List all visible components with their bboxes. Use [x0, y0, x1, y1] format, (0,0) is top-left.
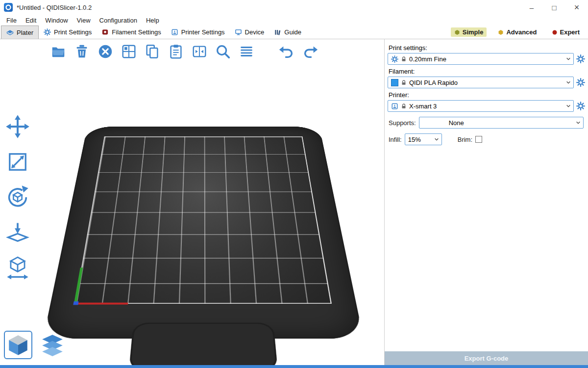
- mode-simple[interactable]: Simple: [451, 27, 487, 37]
- mode-expert[interactable]: Expert: [548, 27, 583, 37]
- export-gcode-button[interactable]: Export G-code: [385, 351, 588, 365]
- tab-printer-settings[interactable]: Printer Settings: [166, 26, 230, 39]
- mode-simple-label: Simple: [463, 28, 484, 36]
- maximize-button[interactable]: □: [543, 0, 565, 15]
- tab-print-settings-label: Print Settings: [54, 28, 92, 36]
- brim-checkbox[interactable]: [475, 136, 482, 143]
- measure-icon[interactable]: [4, 254, 31, 282]
- place-on-face-icon[interactable]: [4, 219, 31, 246]
- app-window: *Untitled - QIDISlicer-1.0.2 – □ × File …: [0, 0, 588, 368]
- edit-filament-gear-icon[interactable]: [576, 78, 585, 87]
- redo-icon[interactable]: [301, 42, 319, 61]
- title-bar: *Untitled - QIDISlicer-1.0.2 – □ ×: [0, 0, 588, 15]
- top-toolbar: [49, 42, 319, 61]
- printer-combo[interactable]: X-smart 3: [388, 100, 574, 112]
- supports-label: Supports:: [389, 119, 416, 127]
- menu-help[interactable]: Help: [142, 15, 164, 26]
- bottom-accent-bar: [0, 365, 588, 368]
- advanced-mode-icon: [498, 29, 504, 35]
- arrange-icon[interactable]: [120, 42, 138, 61]
- mode-expert-label: Expert: [560, 28, 580, 36]
- edit-print-settings-gear-icon[interactable]: [576, 54, 585, 63]
- mode-advanced-label: Advanced: [506, 28, 537, 36]
- menu-file[interactable]: File: [2, 15, 21, 26]
- tab-device-label: Device: [245, 28, 265, 36]
- chevron-down-icon: [576, 121, 581, 125]
- filament-color-swatch: [391, 79, 398, 86]
- filament-icon: [101, 28, 109, 36]
- menu-configuration[interactable]: Configuration: [95, 15, 142, 26]
- print-settings-combo[interactable]: 0.20mm Fine: [388, 53, 574, 65]
- infill-value: 15%: [408, 136, 421, 143]
- print-bed-grid: [75, 136, 332, 304]
- menu-window[interactable]: Window: [41, 15, 72, 26]
- infill-combo[interactable]: 15%: [405, 133, 442, 145]
- filament-label: Filament:: [389, 68, 586, 75]
- paste-icon[interactable]: [167, 42, 185, 61]
- window-title: *Untitled - QIDISlicer-1.0.2: [17, 4, 92, 11]
- undo-icon[interactable]: [277, 42, 296, 61]
- tab-guide-label: Guide: [284, 28, 301, 36]
- rotate-icon[interactable]: [4, 184, 31, 211]
- tab-printer-settings-label: Printer Settings: [181, 28, 225, 36]
- solid-view-icon[interactable]: [4, 331, 32, 359]
- tab-filament-settings-label: Filament Settings: [112, 28, 161, 36]
- tab-filament-settings[interactable]: Filament Settings: [97, 26, 166, 39]
- guide-icon: [274, 28, 281, 36]
- gear-icon: [391, 55, 398, 63]
- x-axis-indicator: [76, 303, 128, 305]
- print-bed-handle: [129, 323, 278, 365]
- chevron-down-icon: [434, 138, 439, 141]
- simple-mode-icon: [454, 29, 460, 35]
- minimize-button[interactable]: –: [520, 0, 543, 15]
- layer-height-icon[interactable]: [237, 42, 256, 61]
- expert-mode-icon: [552, 29, 558, 35]
- filament-value: QIDI PLA Rapido: [409, 79, 458, 86]
- menu-view[interactable]: View: [73, 15, 95, 26]
- tab-plater[interactable]: Plater: [1, 26, 39, 39]
- menu-bar: File Edit Window View Configuration Help: [0, 15, 588, 26]
- move-icon[interactable]: [4, 113, 31, 140]
- mode-advanced[interactable]: Advanced: [494, 27, 540, 37]
- gizmo-toolbar: [4, 113, 31, 282]
- chevron-down-icon: [566, 57, 571, 61]
- filament-combo[interactable]: QIDI PLA Rapido: [388, 77, 574, 88]
- printer-label: Printer:: [389, 91, 586, 99]
- search-icon[interactable]: [214, 42, 232, 61]
- plater-bed-icon: [6, 29, 14, 36]
- tab-device[interactable]: Device: [230, 26, 270, 39]
- monitor-icon: [235, 28, 242, 36]
- printer-icon: [391, 103, 398, 110]
- print-settings-value: 0.20mm Fine: [409, 55, 446, 63]
- delete-all-icon[interactable]: [96, 42, 115, 61]
- printer-icon: [171, 28, 178, 36]
- infill-label: Infill:: [389, 136, 402, 143]
- delete-icon[interactable]: [73, 42, 91, 61]
- gear-icon: [44, 28, 51, 36]
- copy-icon[interactable]: [143, 42, 162, 61]
- tab-print-settings[interactable]: Print Settings: [39, 26, 97, 39]
- tab-plater-label: Plater: [17, 29, 33, 36]
- app-logo-icon: [4, 3, 13, 12]
- print-settings-label: Print settings:: [389, 44, 586, 52]
- supports-combo[interactable]: None: [419, 117, 584, 129]
- close-button[interactable]: ×: [565, 0, 588, 15]
- mode-switcher: Simple Advanced Expert: [451, 26, 588, 39]
- view-toolbar: [4, 331, 67, 359]
- lock-icon: [401, 103, 407, 109]
- preview-layers-icon[interactable]: [38, 331, 67, 359]
- tab-guide[interactable]: Guide: [269, 26, 306, 39]
- tab-bar: Plater Print Settings Filament Settings …: [0, 26, 588, 39]
- settings-sidebar: Print settings: 0.20mm Fine Filament: QI…: [384, 39, 588, 365]
- scale-icon[interactable]: [4, 148, 31, 176]
- lock-icon: [401, 56, 407, 62]
- viewport-3d[interactable]: [0, 39, 384, 365]
- printer-value: X-smart 3: [409, 103, 437, 110]
- chevron-down-icon: [566, 81, 571, 84]
- supports-value: None: [449, 119, 464, 127]
- menu-edit[interactable]: Edit: [21, 15, 41, 26]
- edit-printer-gear-icon[interactable]: [576, 102, 585, 110]
- z-axis-indicator: [73, 301, 78, 305]
- open-folder-icon[interactable]: [49, 42, 68, 61]
- split-icon[interactable]: [190, 42, 209, 61]
